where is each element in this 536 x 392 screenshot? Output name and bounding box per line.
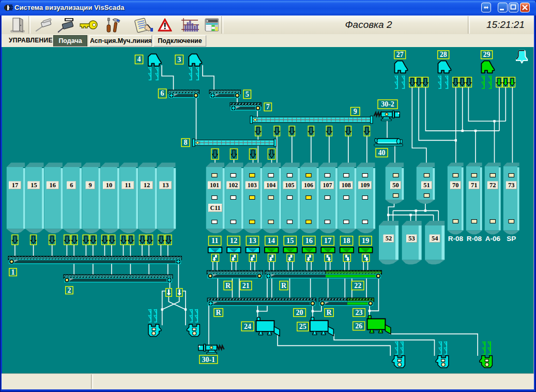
svg-text:4: 4: [137, 55, 141, 63]
svg-text:109: 109: [360, 182, 370, 189]
svg-text:16: 16: [50, 182, 56, 189]
svg-text:17: 17: [324, 236, 332, 245]
svg-text:8: 8: [184, 139, 188, 146]
svg-text:9: 9: [354, 108, 357, 115]
svg-text:2: 2: [67, 287, 71, 294]
svg-text:53: 53: [408, 235, 415, 242]
svg-text:13: 13: [249, 236, 256, 245]
svg-text:52: 52: [386, 235, 392, 242]
svg-text:18: 18: [343, 236, 350, 245]
svg-text:7: 7: [266, 103, 270, 111]
svg-text:3: 3: [177, 56, 181, 64]
svg-text:28: 28: [440, 51, 447, 58]
svg-text:17: 17: [12, 182, 19, 189]
svg-text:24: 24: [244, 323, 251, 330]
svg-text:26: 26: [355, 322, 362, 330]
svg-text:106: 106: [304, 182, 313, 189]
svg-text:108: 108: [342, 182, 351, 189]
svg-text:23: 23: [356, 309, 363, 316]
svg-text:9: 9: [89, 182, 92, 189]
svg-text:13: 13: [162, 182, 169, 189]
svg-text:22: 22: [354, 282, 361, 290]
svg-text:12: 12: [230, 236, 238, 245]
svg-text:73: 73: [508, 182, 515, 189]
svg-text:R: R: [327, 309, 332, 316]
svg-text:72: 72: [489, 182, 496, 189]
svg-text:70: 70: [452, 182, 459, 189]
svg-text:R: R: [225, 282, 231, 290]
svg-text:11: 11: [125, 182, 131, 189]
svg-text:15: 15: [30, 182, 37, 189]
svg-text:30-2: 30-2: [381, 100, 394, 108]
svg-text:27: 27: [396, 51, 404, 58]
svg-text:C11: C11: [210, 204, 220, 212]
svg-text:6: 6: [70, 182, 73, 189]
svg-text:54: 54: [432, 235, 438, 242]
svg-text:102: 102: [228, 182, 238, 189]
svg-text:5: 5: [246, 91, 249, 98]
svg-text:40: 40: [378, 149, 386, 157]
svg-text:101: 101: [210, 182, 219, 189]
svg-text:29: 29: [483, 51, 491, 58]
svg-text:R-08: R-08: [448, 235, 464, 243]
svg-text:R: R: [216, 309, 222, 316]
svg-text:21: 21: [242, 282, 250, 290]
svg-text:19: 19: [362, 236, 370, 245]
svg-text:105: 105: [285, 182, 295, 189]
svg-text:R: R: [281, 282, 287, 290]
svg-text:12: 12: [144, 182, 150, 189]
svg-text:10: 10: [106, 182, 113, 189]
svg-text:R-08: R-08: [467, 235, 482, 243]
svg-text:107: 107: [323, 182, 332, 189]
svg-text:1: 1: [11, 268, 15, 276]
svg-text:6: 6: [161, 89, 164, 97]
svg-text:30-1: 30-1: [202, 356, 215, 364]
svg-text:104: 104: [266, 182, 275, 189]
svg-text:16: 16: [305, 236, 313, 245]
svg-text:14: 14: [268, 236, 275, 245]
svg-text:50: 50: [392, 182, 399, 189]
svg-text:25: 25: [299, 323, 307, 330]
svg-text:71: 71: [471, 182, 478, 189]
svg-text:11: 11: [211, 236, 219, 245]
svg-text:51: 51: [423, 182, 430, 189]
svg-text:15: 15: [286, 236, 294, 245]
svg-text:103: 103: [248, 182, 257, 189]
svg-text:A-06: A-06: [485, 235, 501, 243]
svg-text:SP: SP: [507, 235, 516, 243]
svg-text:20: 20: [296, 309, 303, 316]
